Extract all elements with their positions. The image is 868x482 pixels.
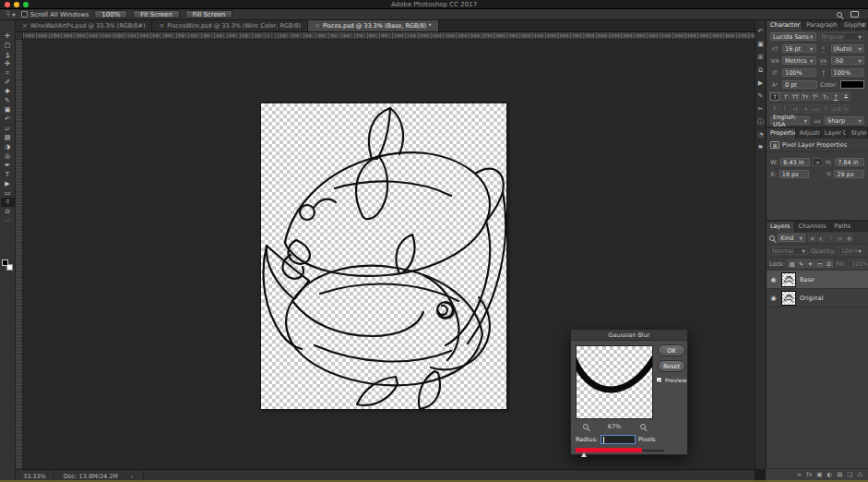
scroll-all-windows-checkbox[interactable]: [21, 11, 28, 18]
faux-italic-button[interactable]: T: [780, 92, 790, 101]
stylistic-alternates-button[interactable]: aa: [811, 104, 820, 113]
tab-paths[interactable]: Paths: [831, 222, 856, 232]
lock-option-icon[interactable]: Ω: [825, 259, 833, 268]
tab-channels[interactable]: Channels: [795, 222, 831, 232]
layer-filter-kind-select[interactable]: Kind▼: [778, 234, 805, 242]
toolbar-tool[interactable]: T: [1, 170, 15, 179]
toolbar-tool[interactable]: ✣: [1, 59, 15, 68]
faux-bold-button[interactable]: T: [770, 92, 779, 101]
dock-panel-icon[interactable]: ⓘ: [757, 118, 764, 126]
layers-action-icon[interactable]: ▣: [816, 471, 822, 478]
fit-screen-button[interactable]: Fit Screen: [133, 10, 180, 18]
width-field[interactable]: 6.43 in: [780, 158, 810, 166]
language-select[interactable]: English: USA▼: [770, 116, 810, 125]
lock-option-icon[interactable]: ✛: [806, 259, 814, 268]
kerning-field[interactable]: Metrics▼: [782, 56, 816, 65]
font-family-select[interactable]: Lucida Sans▼: [770, 32, 816, 41]
dock-panel-icon[interactable]: ▶: [758, 79, 763, 87]
layer-visibility-eye-icon[interactable]: ◉: [769, 276, 778, 283]
toolbar-tool[interactable]: ʓ: [1, 50, 15, 59]
tab-layer-comps[interactable]: Layer Co: [821, 128, 848, 139]
current-tool-chip[interactable]: ☟ ▼: [6, 10, 16, 18]
fill-screen-button[interactable]: Fill Screen: [185, 10, 233, 18]
layer-filter-icon[interactable]: ▤: [836, 234, 844, 242]
toolbar-tool[interactable]: ▢: [1, 41, 15, 50]
preview-checkbox[interactable]: ✓: [656, 377, 662, 383]
toolbar-tool[interactable]: ✒: [1, 161, 15, 170]
contextual-alternates-button[interactable]: ſ: [780, 104, 790, 113]
document-canvas[interactable]: [261, 103, 506, 409]
layers-action-icon[interactable]: ◐: [827, 471, 833, 478]
toolbar-tool[interactable]: ▶: [1, 179, 15, 188]
font-style-select[interactable]: Regular▼: [819, 32, 865, 41]
lock-option-icon[interactable]: ▭: [815, 259, 824, 268]
toolbar-tool[interactable]: ▱: [1, 124, 15, 133]
ligatures-button[interactable]: fi: [770, 104, 779, 113]
ordinals-button[interactable]: 1st: [831, 104, 840, 113]
dialog-title[interactable]: Gaussian Blur: [571, 330, 687, 341]
layers-action-icon[interactable]: ▤: [837, 471, 842, 478]
layer-thumbnail[interactable]: [781, 291, 796, 306]
slider-thumb[interactable]: [581, 452, 587, 457]
toolbar-tool[interactable]: ✎: [1, 96, 15, 105]
workspace-switcher-icon[interactable]: [850, 11, 859, 18]
dock-panel-icon[interactable]: ▣: [757, 41, 764, 48]
close-tab-icon[interactable]: ×: [315, 22, 320, 30]
small-caps-button[interactable]: Tᴛ: [801, 92, 810, 101]
tab-properties[interactable]: Properties: [767, 128, 796, 139]
blur-preview[interactable]: [576, 345, 653, 419]
close-tab-icon[interactable]: ×: [159, 22, 164, 30]
toolbar-tool[interactable]: ⋯: [1, 216, 15, 225]
tab-adjustments[interactable]: Adjustm: [796, 128, 821, 139]
toolbar-tool[interactable]: ▨: [1, 133, 15, 142]
height-field[interactable]: 7.84 in: [835, 158, 864, 166]
underline-button[interactable]: T: [831, 92, 840, 101]
toolbar-tool[interactable]: ✐: [1, 78, 15, 87]
baseline-shift-field[interactable]: 0 pt: [782, 80, 817, 89]
tab-character[interactable]: Character: [767, 20, 803, 30]
discretionary-ligatures-button[interactable]: st: [791, 104, 800, 113]
opacity-field[interactable]: 100%▼: [838, 247, 864, 255]
toolbar-tool[interactable]: ✛: [1, 31, 15, 41]
strikethrough-button[interactable]: T: [841, 92, 850, 101]
reset-button[interactable]: Reset: [658, 360, 685, 372]
dock-panel-icon[interactable]: ✂: [758, 105, 764, 113]
lock-option-icon[interactable]: ✎: [797, 259, 805, 268]
text-color-swatch[interactable]: [840, 80, 864, 89]
blend-mode-select[interactable]: Normal▼: [769, 247, 808, 255]
swash-button[interactable]: A: [801, 104, 810, 113]
close-tab-icon[interactable]: ×: [22, 22, 28, 30]
all-caps-button[interactable]: TT: [791, 92, 800, 101]
toolbar-tool[interactable]: ✚: [1, 87, 15, 96]
layer-row[interactable]: ◉ Base: [767, 271, 868, 289]
ok-button[interactable]: OK: [658, 344, 685, 356]
layers-action-icon[interactable]: ♺: [857, 471, 862, 478]
dock-panel-icon[interactable]: ◔: [757, 131, 763, 139]
toolbar-tool[interactable]: ⊙: [1, 207, 15, 216]
status-expander-icon[interactable]: ›: [131, 473, 134, 480]
tab-layers[interactable]: Layers: [767, 222, 795, 232]
scroll-all-windows-option[interactable]: Scroll All Windows: [21, 11, 89, 18]
leading-field[interactable]: (Auto)▼: [831, 44, 865, 53]
titling-alternates-button[interactable]: T: [821, 104, 830, 113]
link-dimensions-icon[interactable]: ∞: [813, 158, 823, 166]
toolbar-tool[interactable]: ☟: [1, 198, 15, 207]
layer-filter-icon[interactable]: ●: [845, 234, 853, 242]
tracking-field[interactable]: -50▼: [831, 56, 865, 65]
zoom-100-button[interactable]: 100%: [94, 10, 127, 18]
layers-action-icon[interactable]: ∞: [797, 471, 802, 478]
antialias-select[interactable]: Sharp▼: [825, 116, 864, 125]
foreground-color-swatch[interactable]: [2, 259, 8, 266]
toolbar-tool[interactable]: ◑: [1, 142, 15, 151]
superscript-button[interactable]: T¹: [811, 92, 820, 101]
document-tab[interactable]: × PiscesWire.psd @ 33.3% (Wire Color, RG…: [152, 20, 308, 31]
toolbar-tool[interactable]: ↶: [1, 114, 15, 124]
search-icon[interactable]: [837, 12, 842, 18]
layer-visibility-eye-icon[interactable]: ◉: [769, 295, 778, 302]
zoom-in-icon[interactable]: [640, 424, 646, 429]
subscript-button[interactable]: T₁: [821, 92, 830, 101]
lock-option-icon[interactable]: ▨: [788, 259, 796, 268]
fractions-button[interactable]: ½: [841, 104, 850, 113]
dock-panel-icon[interactable]: ⚑: [757, 144, 763, 151]
panel-menu-icon[interactable]: ≡: [861, 20, 866, 30]
